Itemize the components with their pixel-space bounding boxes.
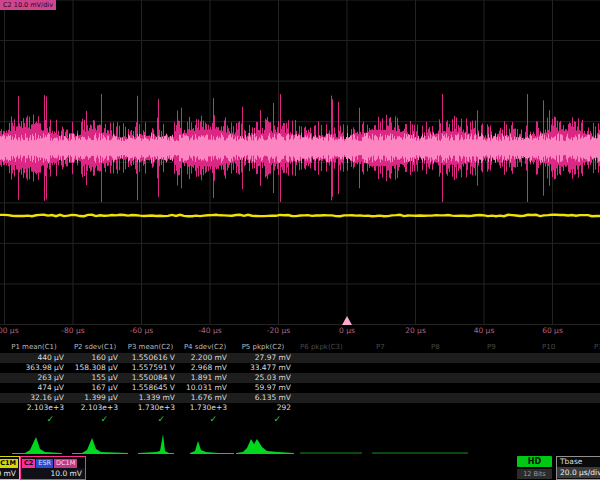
measure-value: 1.730e+3	[122, 403, 179, 413]
measure-value: 1.676 mV	[179, 393, 231, 403]
measure-value: 158.308 µV	[68, 363, 122, 373]
measure-value: 27.97 mV	[231, 353, 295, 363]
measure-value: 6.135 mV	[231, 393, 295, 403]
histicon[interactable]	[190, 441, 234, 454]
measure-header-inactive[interactable]: P7	[376, 341, 385, 353]
acquisition-mode-cell[interactable]: HD 12 Bits	[517, 456, 552, 479]
measure-value: 474 µV	[0, 383, 68, 393]
measure-value: 1.550616 V	[122, 353, 179, 363]
timebase-label: Tbase	[557, 457, 600, 467]
measure-status-check: ✓	[122, 413, 179, 426]
measure-value: 263 µV	[0, 373, 68, 383]
oscilloscope-screen: C2 10.0 mV/div -100 µs-80 µs-60 µs-40 µs…	[0, 0, 600, 480]
histicon[interactable]	[236, 439, 294, 454]
c1-coupling-badge: DC1M	[0, 459, 18, 468]
c2-coupling-badge: DC1M	[54, 459, 77, 468]
measure-value: 2.103e+3	[68, 403, 122, 413]
trigger-position-marker[interactable]	[342, 316, 352, 325]
measure-value: 440 µV	[0, 353, 68, 363]
measure-value: 1.550084 V	[122, 373, 179, 383]
histicon[interactable]	[12, 437, 62, 454]
measure-header[interactable]: P1 mean(C1)	[0, 341, 68, 353]
measure-status-check: ✓	[0, 413, 68, 426]
measurement-table: P1 mean(C1)P2 sdev(C1)P3 mean(C2)P4 sdev…	[0, 341, 600, 426]
time-axis-label: -80 µs	[61, 326, 84, 335]
measure-value: 1.557591 V	[122, 363, 179, 373]
measure-value: 32.16 µV	[0, 393, 68, 403]
measure-value: 10.031 mV	[179, 383, 231, 393]
measure-header[interactable]: P2 sdev(C1)	[68, 341, 122, 353]
time-axis-label: -40 µs	[198, 326, 221, 335]
measure-value: 33.477 mV	[231, 363, 295, 373]
time-axis-label: -20 µs	[267, 326, 290, 335]
measure-value: 160 µV	[68, 353, 122, 363]
measure-value: 155 µV	[68, 373, 122, 383]
measure-header-inactive[interactable]: P1	[594, 341, 600, 353]
c2-scale-value: 10.0 mV	[21, 468, 85, 479]
measure-header-inactive[interactable]: P10	[542, 341, 555, 353]
timebase-descriptor[interactable]: Tbase 20.0 µs/div	[556, 456, 600, 480]
hd-bits-label: 12 Bits	[517, 469, 552, 479]
measure-status-check: ✓	[231, 413, 295, 426]
measure-value: 1.891 mV	[179, 373, 231, 383]
measure-value: 167 µV	[68, 383, 122, 393]
measure-header[interactable]: P4 sdev(C2)	[179, 341, 231, 353]
measure-value: 1.730e+3	[179, 403, 231, 413]
waveform-grid-area[interactable]	[0, 0, 600, 326]
measure-value: 292	[231, 403, 295, 413]
measure-value: 2.200 mV	[179, 353, 231, 363]
channel-annotation-badge: C2 10.0 mV/div	[0, 0, 56, 10]
time-axis-label: 40 µs	[474, 326, 495, 335]
measure-header[interactable]: P3 mean(C2)	[122, 341, 179, 353]
measure-value: 2.968 mV	[179, 363, 231, 373]
time-axis-label: -100 µs	[0, 326, 19, 335]
c2-esr-badge: ESR	[36, 459, 53, 468]
channel-c1-descriptor[interactable]: DC1M 10.0 mV	[0, 456, 20, 480]
measure-header-inactive[interactable]: P8	[431, 341, 440, 353]
measure-status-check: ✓	[68, 413, 122, 426]
measure-status-check: ✓	[179, 413, 231, 426]
hd-mode-badge[interactable]: HD	[517, 456, 552, 467]
measure-value: 363.98 µV	[0, 363, 68, 373]
graticule-svg	[0, 0, 600, 326]
timebase-scale-value: 20.0 µs/div	[557, 467, 600, 478]
measure-value: 25.03 mV	[231, 373, 295, 383]
time-axis-label: -60 µs	[130, 326, 153, 335]
measure-value: 59.97 mV	[231, 383, 295, 393]
c1-scale-value: 10.0 mV	[0, 468, 19, 479]
measure-header-inactive[interactable]: P9	[487, 341, 496, 353]
time-axis-label: 0 µs	[339, 326, 355, 335]
measure-header-inactive[interactable]: P6 pkpk(C3)	[300, 341, 343, 353]
measure-header[interactable]: P5 pkpk(C2)	[231, 341, 295, 353]
c2-label-badge: C2	[22, 459, 35, 468]
measure-value: 2.103e+3	[0, 403, 68, 413]
descriptor-bar: DC1M 10.0 mV C2 ESR DC1M 10.0 mV + HD 12…	[0, 456, 600, 480]
time-axis-label: 60 µs	[542, 326, 563, 335]
histicon[interactable]	[138, 434, 174, 454]
measure-value: 1.339 mV	[122, 393, 179, 403]
time-axis-label: 20 µs	[405, 326, 426, 335]
measurement-histicons[interactable]	[0, 430, 600, 456]
histicon[interactable]	[72, 438, 128, 454]
measure-value: 1.399 µV	[68, 393, 122, 403]
timebase-axis-labels: -100 µs-80 µs-60 µs-40 µs-20 µs0 µs20 µs…	[0, 325, 600, 338]
measure-value: 1.558645 V	[122, 383, 179, 393]
channel-c2-descriptor[interactable]: C2 ESR DC1M 10.0 mV	[20, 456, 86, 480]
